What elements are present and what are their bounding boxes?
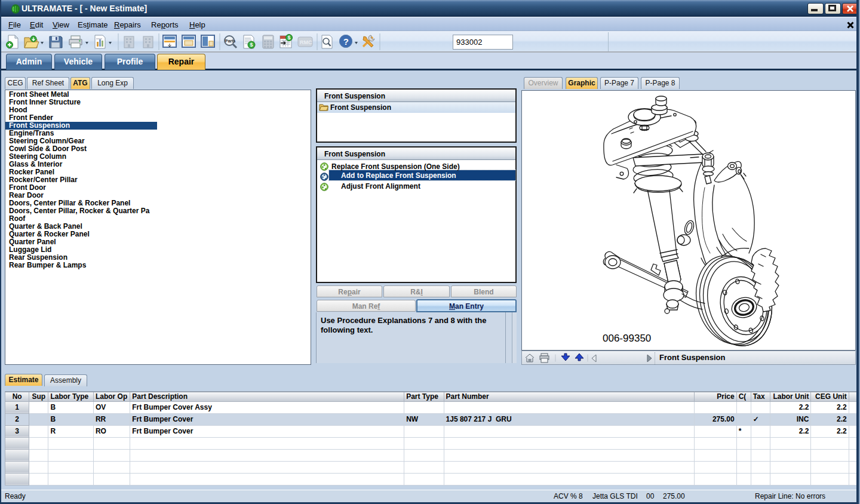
svg-text:RMC: RMC (300, 39, 312, 45)
svg-text:$: $ (288, 35, 291, 41)
svg-text:Parts: Parts (225, 39, 236, 43)
svg-text:?: ? (343, 36, 349, 47)
svg-text:$: $ (250, 42, 253, 48)
